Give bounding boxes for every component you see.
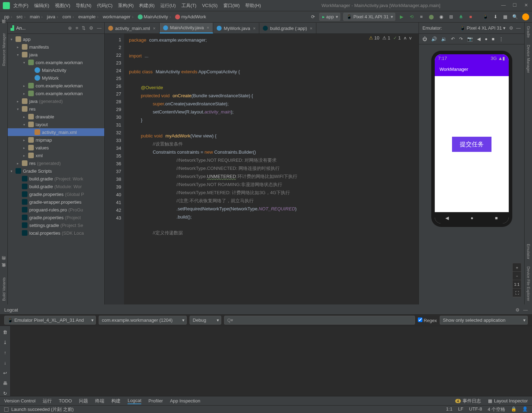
bottom-tool-运行[interactable]: 运行: [43, 398, 52, 404]
emulator-settings-icon[interactable]: ⚙: [509, 25, 513, 31]
tree-node[interactable]: ▾app: [8, 35, 104, 43]
debug-icon[interactable]: ≡: [418, 14, 425, 19]
bottom-tool-Logcat[interactable]: Logcat: [128, 398, 141, 404]
collapse-icon[interactable]: ≡: [75, 25, 78, 31]
device-dropdown[interactable]: 📱 Pixel 4 XL API 31: [343, 13, 395, 21]
volume-down-icon[interactable]: 🔉: [441, 36, 447, 42]
logcat-level-dropdown[interactable]: Debug: [190, 316, 221, 325]
scroll-end-icon[interactable]: ⤓: [3, 340, 7, 345]
logcat-device-dropdown[interactable]: 📱 Emulator Pixel_4_XL_API_31 And: [4, 316, 96, 325]
emulator-tool-tab[interactable]: Emulator: [526, 244, 531, 259]
volume-up-icon[interactable]: 🔊: [431, 36, 437, 42]
print-icon[interactable]: 🖶: [3, 381, 7, 386]
breadcrumb-item[interactable]: pp: [3, 14, 15, 19]
zoom-controls[interactable]: ＋ － 1:1 ⛶: [512, 263, 521, 297]
run-config-dropdown[interactable]: ▸ app: [319, 13, 340, 21]
user-avatar-icon[interactable]: [522, 13, 529, 20]
bottom-tool-TODO[interactable]: TODO: [59, 398, 72, 404]
breadcrumb-item[interactable]: com: [61, 14, 77, 19]
bottom-tool-App Inspection[interactable]: App Inspection: [170, 398, 200, 404]
tree-node[interactable]: ▸res(generated): [8, 159, 104, 167]
menu-item[interactable]: 视图(V): [55, 2, 70, 9]
zoom-fit-icon[interactable]: ⛶: [513, 289, 521, 297]
menu-item[interactable]: 构建(B): [139, 2, 154, 9]
inspect-icon[interactable]: 👤: [522, 406, 528, 413]
tab-close-icon[interactable]: ×: [206, 25, 209, 30]
apply-changes-icon[interactable]: ⟲: [408, 14, 415, 19]
breadcrumb-item[interactable]: example: [77, 14, 101, 19]
expand-icon[interactable]: ⇅: [82, 25, 86, 31]
tree-node[interactable]: activity_main.xml: [8, 128, 104, 136]
menu-item[interactable]: 文件(F): [13, 2, 29, 9]
bottom-tool-Profiler[interactable]: Profiler: [148, 398, 163, 404]
bottom-tool-终端[interactable]: 终端: [95, 398, 104, 404]
editor-gutter[interactable]: 1222232425262728293031323334353637383940…: [105, 34, 124, 304]
bottom-tool-Version Control[interactable]: Version Control: [4, 398, 36, 404]
tab-close-icon[interactable]: ×: [310, 26, 313, 31]
minimize-icon[interactable]: —: [500, 2, 507, 9]
device-file-explorer-tab[interactable]: Device File Explorer: [526, 266, 531, 301]
tree-node[interactable]: ▸xml: [8, 152, 104, 159]
logcat-regex-checkbox[interactable]: Regex: [418, 318, 437, 323]
tree-node[interactable]: local.properties(SDK Loca: [8, 229, 104, 237]
layout-inspector-button[interactable]: ▦ Layout Inspector: [488, 398, 528, 404]
tree-node[interactable]: ▾layout: [8, 121, 104, 128]
down-icon[interactable]: ↓: [4, 360, 6, 365]
bottom-tool-问题[interactable]: 问题: [79, 398, 88, 404]
rotate-left-icon[interactable]: ↶: [451, 36, 455, 42]
home-icon[interactable]: ●: [485, 36, 488, 42]
stop-icon[interactable]: ■: [467, 14, 474, 19]
close-icon[interactable]: ✕: [523, 2, 529, 9]
tree-node[interactable]: ▸drawable: [8, 113, 104, 121]
zoom-out-icon[interactable]: －: [513, 272, 521, 280]
tab-close-icon[interactable]: ×: [253, 26, 256, 31]
run-icon[interactable]: ▶: [398, 14, 405, 19]
tree-node[interactable]: ▸values: [8, 144, 104, 152]
project-view-dropdown[interactable]: An...: [16, 25, 26, 31]
tree-node[interactable]: ▸com.example.workman: [8, 82, 104, 90]
logcat-settings-icon[interactable]: ⚙: [515, 307, 520, 313]
more-icon[interactable]: ⋮: [499, 36, 503, 42]
tree-node[interactable]: build.gradle(Project: Work: [8, 175, 104, 183]
menu-item[interactable]: 工具(T): [181, 2, 197, 9]
tree-node[interactable]: build.gradle(Module: Wor: [8, 183, 104, 190]
rotate-right-icon[interactable]: ↷: [459, 36, 463, 42]
menu-item[interactable]: 运行(U): [160, 2, 176, 9]
zoom-11-icon[interactable]: 1:1: [513, 280, 521, 289]
tree-node[interactable]: gradle.properties(Project: [8, 214, 104, 221]
tree-node[interactable]: ▾com.example.workman: [8, 58, 104, 66]
submit-task-button[interactable]: 提交任务: [452, 137, 491, 152]
device-screen[interactable]: 7:173G ▲▮ WorkManager 提交任务 ◀●■: [435, 54, 509, 223]
encoding[interactable]: UTF-8: [469, 406, 482, 413]
tree-node[interactable]: ▸manifests: [8, 43, 104, 51]
coverage-icon[interactable]: ⊞: [447, 14, 454, 19]
tree-node[interactable]: ▾Gradle Scripts: [8, 167, 104, 175]
android-icon[interactable]: ⋔: [457, 14, 464, 19]
tree-node[interactable]: ▾java: [8, 51, 104, 58]
tab-close-icon[interactable]: ×: [153, 26, 156, 31]
logcat-output[interactable]: [11, 326, 532, 396]
up-icon[interactable]: ↑: [4, 350, 6, 355]
project-tree[interactable]: ▾app ▸manifests ▾java ▾com.example.workm…: [8, 34, 104, 304]
indent[interactable]: 4 个空格: [488, 406, 505, 413]
menu-item[interactable]: VCS(S): [202, 3, 217, 8]
inspections-widget[interactable]: ⚠ 10 ⚠ 1 ✓ 1 ʌv: [369, 35, 412, 41]
tree-node[interactable]: gradle.properties(Global P: [8, 190, 104, 198]
search-icon[interactable]: 🔍: [512, 14, 519, 19]
settings-icon[interactable]: ⚙: [89, 25, 93, 31]
line-ending[interactable]: LF: [458, 406, 463, 413]
sdk-icon[interactable]: ⬇: [492, 14, 499, 19]
menu-item[interactable]: 帮助(H): [245, 2, 261, 9]
maximize-icon[interactable]: ☐: [512, 2, 518, 9]
event-log-button[interactable]: 4 事件日志: [455, 398, 481, 404]
tree-node[interactable]: proguard-rules.pro(ProGu: [8, 206, 104, 214]
zoom-in-icon[interactable]: ＋: [513, 263, 521, 272]
screenshot-icon[interactable]: 📷: [467, 36, 473, 42]
editor-tab[interactable]: MyWork.java×: [213, 23, 259, 33]
menu-item[interactable]: 重构(R): [118, 2, 134, 9]
breadcrumb-item[interactable]: java: [45, 14, 61, 19]
logcat-process-dropdown[interactable]: com.example.workmanager (1204): [99, 316, 187, 325]
restart-icon[interactable]: ↻: [3, 391, 7, 396]
menu-item[interactable]: 窗口(W): [223, 2, 240, 9]
resource-manager-tab[interactable]: Resource Manager: [2, 33, 6, 66]
